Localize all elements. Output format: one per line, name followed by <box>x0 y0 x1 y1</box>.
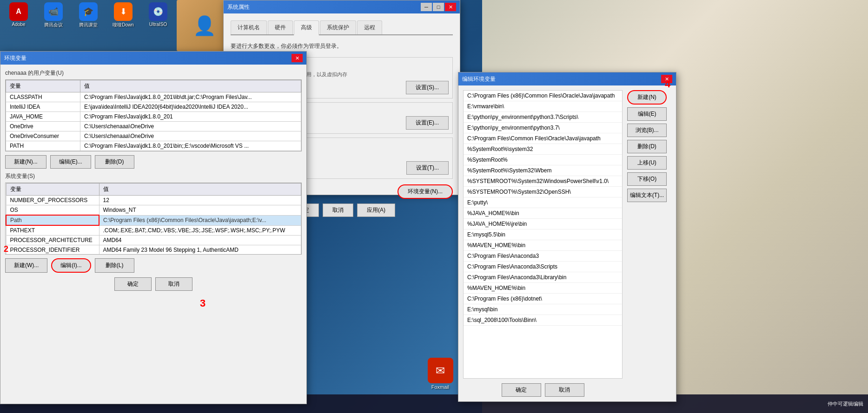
sys-props-maximize[interactable]: □ <box>433 3 444 11</box>
sys-props-titlebar[interactable]: 系统属性 ─ □ ✕ <box>224 0 460 13</box>
table-row[interactable]: PROCESSOR_IDENTIFIER AMD64 Family 23 Mod… <box>6 245 301 255</box>
annotation-4: 4 <box>665 78 670 90</box>
user-new-btn[interactable]: 新建(N)... <box>5 155 46 169</box>
path-item-21[interactable]: E:\sql_2008\100\Tools\Binn\ <box>464 315 622 326</box>
table-row[interactable]: OneDriveConsumer C:\Users\chenaaa\OneDri… <box>6 131 301 141</box>
tab-system-protection[interactable]: 系统保护 <box>320 20 356 34</box>
path-item-0[interactable]: C:\Program Files (x86)\Common Files\Orac… <box>464 91 622 101</box>
path-item-8[interactable]: %SYSTEMROOT%\System32\WindowsPowerShell\… <box>464 176 622 187</box>
env-vars-close[interactable]: ✕ <box>292 54 303 62</box>
edit-env-titlebar[interactable]: 编辑环境变量 ✕ <box>458 72 676 85</box>
table-row[interactable]: OneDrive C:\Users\chenaaa\OneDrive <box>6 122 301 131</box>
user-section-label: chenaaa 的用户变量(U) <box>5 69 302 77</box>
sys-vars-table-area[interactable]: 变量 值 NUMBER_OF_PROCESSORS 12 OS Windows_… <box>5 183 302 255</box>
move-down-btn[interactable]: 下移(O) <box>627 172 667 186</box>
env-vars-titlebar[interactable]: 环境变量 ✕ <box>0 52 306 65</box>
desktop-icon-soudown[interactable]: ⬇ 嗖嗖Down <box>107 2 139 28</box>
tab-hardware[interactable]: 硬件 <box>268 20 293 34</box>
user-var-buttons: 新建(N)... 编辑(E)... 删除(D) <box>5 155 302 169</box>
startup-settings-btn[interactable]: 设置(T)... <box>406 161 449 175</box>
delete-path-btn[interactable]: 删除(D) <box>627 140 667 153</box>
edit-env-window: 编辑环境变量 ✕ C:\Program Files (x86)\Common F… <box>458 72 676 402</box>
path-item-13[interactable]: E:\mysql5.5\bin <box>464 229 622 240</box>
path-item-18[interactable]: %MAVEN_HOME%\bin <box>464 283 622 294</box>
new-path-btn[interactable]: 新建(N) <box>627 90 667 105</box>
path-item-2[interactable]: E:\python\py_environment\python3.7\Scrip… <box>464 112 622 123</box>
sys-edit-btn[interactable]: 编辑(I)... <box>51 258 91 273</box>
edit-env-bottom-btns: 确定 取消 <box>463 383 623 397</box>
tab-advanced[interactable]: 高级 <box>294 20 319 35</box>
tab-computer-name[interactable]: 计算机名 <box>231 20 267 34</box>
edit-path-btn[interactable]: 编辑(E) <box>627 107 667 121</box>
path-item-20[interactable]: E:\mysql\bin <box>464 304 622 315</box>
desktop-icon-adobe[interactable]: A Adobe <box>2 2 35 28</box>
env-vars-content: chenaaa 的用户变量(U) 变量 值 CLASSPATH C:\Progr… <box>0 65 306 295</box>
env-vars-controls: ✕ <box>292 54 303 62</box>
path-item-10[interactable]: E:\putty\ <box>464 197 622 208</box>
profile-settings-btn[interactable]: 设置(E)... <box>406 116 449 130</box>
browse-path-btn[interactable]: 浏览(B)... <box>627 124 667 137</box>
env-vars-btn[interactable]: 环境变量(N)... <box>398 184 453 199</box>
table-row[interactable]: JAVA_HOME C:\Program Files\Java\jdk1.8.0… <box>6 112 301 122</box>
edit-env-cancel-btn[interactable]: 取消 <box>545 383 584 397</box>
table-row[interactable]: IntelliJ IDEA E:\java\idea\IntelliJ IDEA… <box>6 102 301 112</box>
user-edit-btn[interactable]: 编辑(E)... <box>50 155 91 169</box>
desktop-icon-ultraiso[interactable]: 💿 UltraISO <box>142 2 174 28</box>
table-row[interactable]: PROCESSOR_ARCHITECTURE AMD64 <box>6 236 301 245</box>
table-row[interactable]: PATH C:\Program Files\Java\jdk1.8.0_201\… <box>6 141 301 151</box>
path-list-area[interactable]: C:\Program Files (x86)\Common Files\Orac… <box>463 90 623 379</box>
sys-section-label: 系统变量(S) <box>5 172 302 180</box>
path-item-9[interactable]: %SYSTEMROOT%\System32\OpenSSH\ <box>464 187 622 197</box>
tab-remote[interactable]: 远程 <box>357 20 382 34</box>
sys-col-value: 值 <box>99 184 301 196</box>
desktop-icon-tencent-classroom[interactable]: 🎓 腾讯课堂 <box>72 2 105 28</box>
sys-new-btn[interactable]: 新建(W)... <box>5 258 47 273</box>
edit-text-btn[interactable]: 编辑文本(T)... <box>627 189 667 202</box>
table-row[interactable]: CLASSPATH C:\Program Files\Java\jdk1.8.0… <box>6 92 301 102</box>
desktop-icon-tencent-meeting[interactable]: 📹 腾讯会议 <box>37 2 70 28</box>
user-delete-btn[interactable]: 删除(D) <box>95 155 134 169</box>
table-row[interactable]: PyCharm E:\python\pycharm\PyCharm 2020.1… <box>6 151 301 152</box>
icon-foxmail[interactable]: ✉ Foxmail <box>424 358 457 390</box>
annotation-2: 2 <box>4 244 8 254</box>
path-item-6[interactable]: %SystemRoot% <box>464 155 622 165</box>
table-row-path[interactable]: Path C:\Program Files (x86)\Common Files… <box>6 215 301 225</box>
path-item-14[interactable]: %MAVEN_HOME%\bin <box>464 240 622 251</box>
path-item-7[interactable]: %SystemRoot%\System32\Wbem <box>464 165 622 176</box>
taskbar-notification-text: 仲中可逻辑编辑 <box>828 400 863 407</box>
table-row[interactable]: PATHEXT .COM;.EXE;.BAT;.CMD;.VBS;.VBE;.J… <box>6 225 301 236</box>
edit-env-ok-btn[interactable]: 确定 <box>502 383 541 397</box>
path-item-5[interactable]: %SystemRoot%\system32 <box>464 144 622 155</box>
sys-props-tabs: 计算机名 硬件 高级 系统保护 远程 <box>231 20 453 35</box>
path-item-3[interactable]: E:\python\py_environment\python3.7\ <box>464 123 622 133</box>
user-vars-table: 变量 值 CLASSPATH C:\Program Files\Java\jdk… <box>6 80 301 151</box>
path-item-1[interactable]: E:\vmware\bin\ <box>464 101 622 112</box>
sys-props-title: 系统属性 <box>227 3 250 11</box>
path-list-container: C:\Program Files (x86)\Common Files\Orac… <box>463 90 623 397</box>
move-up-btn[interactable]: 上移(U) <box>627 156 667 170</box>
edit-env-action-btns: 新建(N) 编辑(E) 浏览(B)... 删除(D) 上移(U) 下移(O) 编… <box>627 90 671 397</box>
env-cancel-btn[interactable]: 取消 <box>155 277 192 291</box>
sys-props-apply-btn[interactable]: 应用(A) <box>357 203 395 217</box>
sys-delete-btn[interactable]: 删除(L) <box>95 258 134 273</box>
admin-notice: 要进行大多数更改，你必须作为管理员登录。 <box>231 42 453 50</box>
path-item-16[interactable]: C:\Program Files\Anaconda3\Scripts <box>464 262 622 272</box>
edit-env-title: 编辑环境变量 <box>462 75 496 83</box>
user-vars-table-area[interactable]: 变量 值 CLASSPATH C:\Program Files\Java\jdk… <box>5 79 302 151</box>
path-item-11[interactable]: %JAVA_HOME%\bin <box>464 208 622 219</box>
path-item-19[interactable]: C:\Program Files (x86)\dotnet\ <box>464 294 622 304</box>
taskbar-right: 仲中可逻辑编辑 <box>828 400 863 407</box>
path-item-4[interactable]: C:\Program Files\Common Files\Oracle\Jav… <box>464 133 622 144</box>
perf-settings-btn[interactable]: 设置(S)... <box>406 81 449 94</box>
path-item-17[interactable]: C:\Program Files\Anaconda3\Library\bin <box>464 272 622 283</box>
sys-props-minimize[interactable]: ─ <box>421 3 432 11</box>
sys-props-controls: ─ □ ✕ <box>421 3 456 11</box>
edit-env-content: C:\Program Files (x86)\Common Files\Orac… <box>458 85 676 401</box>
sys-props-cancel-btn[interactable]: 取消 <box>323 203 353 217</box>
env-ok-btn[interactable]: 确定 <box>114 277 152 291</box>
path-item-15[interactable]: C:\Program Files\Anaconda3 <box>464 251 622 262</box>
path-item-12[interactable]: %JAVA_HOME%\jre\bin <box>464 219 622 229</box>
table-row[interactable]: OS Windows_NT <box>6 205 301 216</box>
sys-props-close[interactable]: ✕ <box>445 3 456 11</box>
table-row[interactable]: NUMBER_OF_PROCESSORS 12 <box>6 196 301 205</box>
